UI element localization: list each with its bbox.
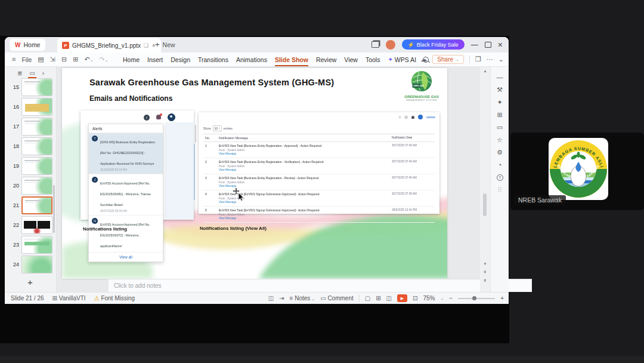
history-icon[interactable]: ◔ bbox=[498, 162, 502, 168]
slide-thumbnail-23[interactable]: 23 bbox=[5, 236, 57, 254]
reading-view-icon[interactable]: ◫ bbox=[386, 296, 392, 302]
settings-icon[interactable]: ⚙ bbox=[497, 149, 503, 156]
menu-item-view[interactable]: View bbox=[343, 53, 359, 66]
promo-button[interactable]: ⚡ Black Friday Sale bbox=[402, 39, 465, 50]
wps-logo-icon: W bbox=[15, 42, 20, 48]
hamburger-icon[interactable]: ≡ bbox=[12, 56, 16, 63]
slide-thumbnail-22[interactable]: 22 bbox=[5, 216, 57, 234]
collapse-rail-icon[interactable]: — bbox=[497, 74, 503, 81]
shapes-icon[interactable]: ⊞ bbox=[497, 112, 502, 118]
favorites-icon[interactable]: ☆ bbox=[497, 137, 503, 143]
previous-slide-icon[interactable]: ⇞ bbox=[480, 270, 490, 275]
task-pane-icon[interactable]: ❒ bbox=[475, 56, 481, 63]
document-tab-title: GHGMS_Briefing_v1.pptx bbox=[72, 42, 141, 49]
theme-button[interactable]: ⊞ VanillaVTI bbox=[52, 295, 86, 302]
tools-icon[interactable]: ⚒ bbox=[497, 87, 503, 93]
next-slide-icon[interactable]: ⇟ bbox=[480, 278, 490, 283]
home-tab[interactable]: W Home bbox=[10, 39, 45, 51]
bell-icon bbox=[411, 116, 414, 119]
normal-view-icon[interactable]: ▢ bbox=[365, 296, 370, 302]
ai-star-icon: ✦ bbox=[388, 56, 392, 63]
view-message-link: View Message bbox=[219, 217, 388, 220]
print-preview-icon[interactable]: ⊞ bbox=[73, 56, 78, 63]
scroll-down-icon[interactable]: ▾ bbox=[480, 262, 490, 266]
slide-view-icon[interactable]: ▭ bbox=[29, 70, 35, 76]
menu-item-transitions[interactable]: Transitions bbox=[197, 53, 230, 66]
collapse-panel-icon[interactable]: › bbox=[42, 70, 44, 76]
notes-bar[interactable]: Click to add notes bbox=[109, 279, 532, 292]
view-message-link: View Message bbox=[219, 168, 388, 171]
collapse-ribbon-icon[interactable]: ⌄ bbox=[499, 56, 504, 63]
cloud-sync-icon[interactable]: ☁ bbox=[420, 56, 427, 63]
single-page-icon[interactable]: ◫ bbox=[268, 296, 274, 302]
menu-item-slide-show[interactable]: Slide Show bbox=[274, 53, 309, 66]
slide-thumbnail-19[interactable]: 19 bbox=[5, 157, 57, 175]
redo-icon[interactable]: ↷⌄ bbox=[100, 56, 109, 63]
globe-icon: ◎ bbox=[404, 115, 408, 119]
slideshow-play-button[interactable]: ▶ bbox=[397, 294, 407, 302]
slide-sorter-icon[interactable]: ⊞ bbox=[376, 296, 380, 302]
profile-avatar-icon bbox=[168, 113, 175, 121]
slide-thumbnail-17[interactable]: 17 bbox=[5, 118, 57, 136]
close-button[interactable]: × bbox=[498, 41, 503, 49]
undo-icon[interactable]: ↶⌄ bbox=[84, 56, 93, 63]
comment-button[interactable]: ▭ Comment bbox=[320, 295, 354, 302]
restore-button[interactable] bbox=[485, 42, 491, 48]
menu-item-home[interactable]: Home bbox=[122, 53, 141, 66]
print-icon[interactable]: ⊟ bbox=[61, 56, 67, 63]
zoom-caret-icon[interactable]: ⌄ bbox=[440, 296, 444, 301]
more-icon[interactable]: ⋯ bbox=[487, 56, 493, 63]
more-tools-icon[interactable]: ⠿ bbox=[497, 187, 502, 193]
file-menu[interactable]: File bbox=[21, 56, 32, 63]
slide-thumbnail-15[interactable]: 15 bbox=[5, 78, 57, 96]
effects-icon[interactable]: ✦ bbox=[497, 99, 502, 106]
menu-item-review[interactable]: Review bbox=[315, 53, 338, 66]
zoom-in-button[interactable]: + bbox=[500, 296, 504, 302]
slide-counter: Slide 21 / 26 bbox=[11, 295, 44, 302]
info-icon: i bbox=[144, 115, 150, 121]
promo-label: Black Friday Sale bbox=[417, 42, 459, 48]
slide-title: Sarawak Greenhouse Gas Management System… bbox=[89, 78, 334, 87]
thumbnail-scrollbar[interactable] bbox=[53, 185, 55, 233]
menu-item-tools[interactable]: Tools bbox=[364, 53, 382, 66]
save-icon[interactable]: ▤ bbox=[38, 56, 44, 63]
document-tab[interactable]: P GHGMS_Briefing_v1.pptx ❏ ∗ bbox=[57, 38, 161, 53]
zoom-out-button[interactable]: − bbox=[449, 296, 453, 302]
outline-view-icon[interactable]: ≣ bbox=[17, 70, 22, 76]
comment-pane-icon[interactable]: ▭ bbox=[497, 124, 503, 131]
dashboard-tint bbox=[165, 122, 194, 220]
thumbnail-preview bbox=[21, 236, 52, 254]
fullscreen-icon[interactable]: ⊡ bbox=[413, 296, 417, 302]
account-avatar[interactable] bbox=[386, 40, 395, 50]
menu-item-wps-ai[interactable]: ✦ WPS AI bbox=[386, 53, 417, 66]
menu-item-animations[interactable]: Animations bbox=[235, 53, 268, 66]
notes-toggle[interactable]: ≡ Notes ⌄ bbox=[290, 295, 315, 302]
zoom-level[interactable]: 75% bbox=[423, 295, 435, 302]
slide-thumbnail-16[interactable]: 16 bbox=[5, 98, 57, 116]
slide-thumbnail-18[interactable]: 18 bbox=[5, 137, 57, 155]
fit-slide-icon[interactable]: ⇥ bbox=[279, 296, 284, 302]
slide-thumbnail-21-selected[interactable]: 21 bbox=[5, 196, 57, 214]
zoom-slider[interactable] bbox=[458, 298, 495, 299]
menu-item-design[interactable]: Design bbox=[169, 53, 191, 66]
thumbnail-panel-header: ≣ ▭ › bbox=[5, 68, 57, 78]
export-icon[interactable]: ⇲ bbox=[50, 56, 55, 63]
alert-text: [GHG-MS] Business Entity Registration [R… bbox=[100, 140, 155, 165]
share-button[interactable]: Share ⌄ bbox=[432, 55, 464, 64]
scroll-up-icon[interactable]: ▴ bbox=[480, 69, 490, 73]
slide-canvas[interactable]: Sarawak Greenhouse Gas Management System… bbox=[62, 68, 447, 279]
zoom-slider-handle[interactable] bbox=[472, 296, 476, 300]
participant-tile[interactable]: LEMBAGA SUMBER ASLI DAN ALAM SEKITAR SAR… bbox=[510, 133, 644, 210]
menu-item-insert[interactable]: Insert bbox=[146, 53, 164, 66]
scrollbar-thumb[interactable] bbox=[483, 193, 487, 216]
user-avatar-icon bbox=[418, 115, 423, 119]
new-tab-button[interactable]: + New bbox=[155, 40, 175, 49]
slide-thumbnail-20[interactable]: 20 bbox=[5, 177, 57, 195]
slide-thumbnail-24[interactable]: 24 bbox=[5, 256, 57, 273]
minimize-button[interactable]: — bbox=[471, 41, 478, 48]
help-icon[interactable]: ? bbox=[497, 174, 503, 181]
font-missing-button[interactable]: ⚠ Font Missing bbox=[94, 295, 135, 302]
editor-scrollbar: ▴ ▾ ⇞ ⇟ bbox=[480, 67, 490, 292]
add-slide-button[interactable]: + bbox=[27, 277, 33, 287]
window-stack-icon[interactable] bbox=[371, 41, 379, 48]
